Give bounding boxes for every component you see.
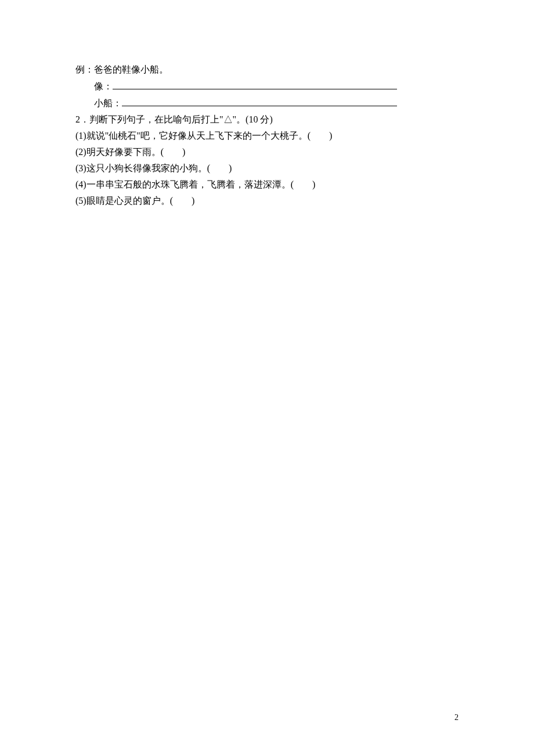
q2-item-4: (4)一串串宝石般的水珠飞腾着，飞腾着，落进深潭。( ) — [75, 178, 459, 192]
blank-line-1: 像： — [75, 79, 459, 93]
blank-1-label: 像： — [94, 81, 113, 91]
example-text: 爸爸的鞋像小船。 — [94, 64, 168, 74]
blank-line-2: 小船： — [75, 96, 459, 110]
q2-item-5: (5)眼睛是心灵的窗户。( ) — [75, 194, 459, 208]
q2-item-1: (1)就说"仙桃石"吧，它好像从天上飞下来的一个大桃子。( ) — [75, 129, 459, 143]
document-content: 例：爸爸的鞋像小船。 像： 小船： 2．判断下列句子，在比喻句后打上"△"。(1… — [75, 63, 459, 210]
page-number: 2 — [454, 711, 459, 723]
q2-item-2: (2)明天好像要下雨。( ) — [75, 145, 459, 159]
example-line: 例：爸爸的鞋像小船。 — [75, 63, 459, 77]
q2-header: 2．判断下列句子，在比喻句后打上"△"。(10 分) — [75, 113, 459, 127]
example-prefix: 例： — [75, 64, 94, 74]
blank-1-underline — [113, 79, 397, 89]
blank-2-underline — [122, 96, 397, 106]
q2-item-3: (3)这只小狗长得像我家的小狗。( ) — [75, 161, 459, 175]
blank-2-label: 小船： — [94, 98, 122, 108]
